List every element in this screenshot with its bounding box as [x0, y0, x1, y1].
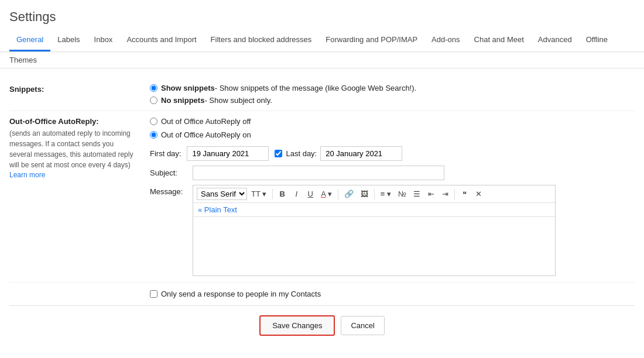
themes-row: Themes [0, 52, 644, 68]
last-day-label: Last day: [286, 149, 317, 158]
tab-filters-blocked[interactable]: Filters and blocked addresses [204, 29, 319, 51]
message-label: Message: [150, 185, 188, 196]
subject-label: Subject: [150, 168, 188, 177]
autoreply-on-option[interactable]: Out of Office AutoReply on [150, 130, 556, 139]
snippets-row: Snippets: Show snippets- Show snippets o… [9, 78, 635, 111]
align-button[interactable]: ≡ ▾ [378, 188, 394, 199]
text-color-button[interactable]: A ▾ [318, 188, 335, 199]
font-family-select[interactable]: Sans Serif [197, 188, 247, 200]
tab-general[interactable]: General [9, 29, 50, 51]
learn-more-link[interactable]: Learn more [9, 171, 45, 179]
italic-button[interactable]: I [290, 188, 303, 199]
autoreply-on-radio[interactable] [150, 131, 157, 139]
autoreply-off-option[interactable]: Out of Office AutoReply off [150, 117, 556, 126]
toolbar-sep-1 [272, 189, 273, 199]
numbered-list-button[interactable]: № [395, 188, 409, 199]
save-row: Save Changes Cancel [9, 306, 635, 345]
message-editor: Sans Serif TT ▾ B I U A ▾ 🔗 🖼 ≡ ▾ № [193, 185, 556, 276]
tab-chat-meet[interactable]: Chat and Meet [467, 29, 531, 51]
snippets-label: Snippets: [9, 84, 150, 94]
snippets-show-option[interactable]: Show snippets- Show snippets of the mess… [150, 84, 635, 92]
themes-link[interactable]: Themes [9, 56, 37, 64]
page-title: Settings [0, 0, 644, 29]
toolbar-sep-4 [454, 189, 455, 199]
date-row: First day: Last day: [150, 146, 556, 161]
contacts-checkbox[interactable] [150, 290, 157, 298]
autoreply-on-label: Out of Office AutoReply on [161, 130, 251, 139]
subject-row: Subject: [150, 166, 556, 180]
plain-text-link[interactable]: « Plain Text [193, 203, 555, 217]
tab-labels[interactable]: Labels [50, 29, 87, 51]
save-button[interactable]: Save Changes [259, 315, 335, 336]
first-day-input[interactable] [187, 146, 269, 161]
snippets-show-radio[interactable] [150, 84, 157, 92]
contacts-label: Only send a response to people in my Con… [161, 290, 321, 298]
first-day-label: First day: [150, 149, 181, 158]
last-day-group: Last day: [275, 146, 402, 161]
snippets-no-option[interactable]: No snippets- Show subject only. [150, 96, 635, 105]
snippets-no-radio[interactable] [150, 97, 157, 104]
remove-format-button[interactable]: ✕ [472, 188, 485, 199]
tab-inbox[interactable]: Inbox [87, 29, 120, 51]
indent-more-button[interactable]: ⇥ [439, 188, 451, 199]
autoreply-options: Out of Office AutoReply off Out of Offic… [150, 117, 556, 276]
autoreply-label-block: Out-of-Office AutoReply: (sends an autom… [9, 117, 150, 179]
message-body[interactable] [193, 217, 555, 276]
image-button[interactable]: 🖼 [358, 188, 371, 199]
autoreply-off-label: Out of Office AutoReply off [161, 117, 251, 126]
last-day-checkbox[interactable] [275, 150, 282, 157]
snippets-show-label: Show snippets- Show snippets of the mess… [161, 84, 416, 92]
last-day-input[interactable] [320, 146, 402, 161]
snippets-no-label: No snippets- Show subject only. [161, 96, 272, 105]
toolbar-sep-2 [338, 189, 338, 199]
tab-addons[interactable]: Add-ons [424, 29, 467, 51]
editor-toolbar: Sans Serif TT ▾ B I U A ▾ 🔗 🖼 ≡ ▾ № [193, 185, 555, 203]
link-button[interactable]: 🔗 [341, 188, 357, 199]
autoreply-off-radio[interactable] [150, 118, 157, 125]
tab-offline[interactable]: Offline [579, 29, 615, 51]
contacts-label-row[interactable]: Only send a response to people in my Con… [150, 290, 321, 298]
autoreply-desc: (sends an automated reply to incoming me… [9, 128, 144, 170]
toolbar-sep-3 [374, 189, 375, 199]
subject-input[interactable] [193, 166, 444, 180]
quote-button[interactable]: ❝ [458, 188, 471, 199]
autoreply-row: Out-of-Office AutoReply: (sends an autom… [9, 111, 635, 283]
font-size-button[interactable]: TT ▾ [248, 188, 269, 199]
tab-advanced[interactable]: Advanced [531, 29, 579, 51]
settings-content: Snippets: Show snippets- Show snippets o… [0, 68, 644, 345]
tab-forwarding[interactable]: Forwarding and POP/IMAP [318, 29, 424, 51]
autoreply-title: Out-of-Office AutoReply: [9, 117, 144, 126]
contacts-row: Only send a response to people in my Con… [9, 283, 635, 306]
bold-button[interactable]: B [276, 188, 289, 199]
indent-less-button[interactable]: ⇤ [424, 188, 437, 199]
underline-button[interactable]: U [304, 188, 317, 199]
bullet-list-button[interactable]: ☰ [410, 188, 423, 199]
message-row: Message: Sans Serif TT ▾ B I U A ▾ 🔗 [150, 185, 556, 276]
tab-accounts-import[interactable]: Accounts and Import [119, 29, 203, 51]
snippets-options: Show snippets- Show snippets of the mess… [150, 84, 635, 105]
cancel-button[interactable]: Cancel [341, 316, 384, 335]
tabs-bar: General Labels Inbox Accounts and Import… [0, 29, 644, 52]
